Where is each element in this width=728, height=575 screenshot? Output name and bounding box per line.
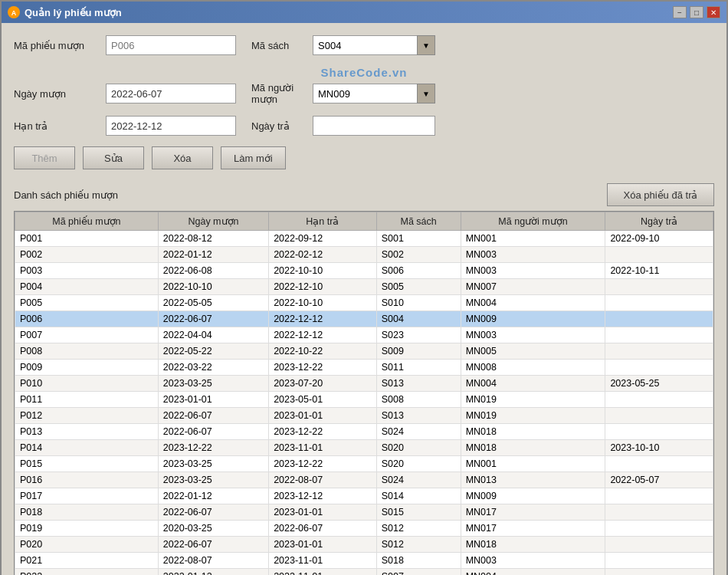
table-cell: S015 — [376, 504, 461, 521]
table-row[interactable]: P0032022-06-082022-10-10S006MN0032022-10… — [15, 263, 713, 279]
table-cell: 2020-03-25 — [158, 521, 268, 537]
table-cell: P001 — [15, 231, 159, 247]
table-cell — [605, 247, 713, 263]
table-cell: 2023-12-22 — [269, 424, 377, 440]
table-cell: P007 — [15, 327, 159, 343]
table-row[interactable]: P0082022-05-222022-10-22S009MN005 — [15, 343, 713, 360]
table-cell: P012 — [15, 408, 159, 424]
table-cell: 2023-12-22 — [269, 456, 377, 472]
table-cell: S013 — [376, 408, 461, 424]
table-cell: 2022-05-05 — [158, 295, 268, 311]
table-row[interactable]: P0132022-06-072023-12-22S024MN018 — [15, 424, 713, 440]
table-cell: MN003 — [461, 327, 605, 343]
table-row[interactable]: P0112023-01-012023-05-01S008MN019 — [15, 392, 713, 408]
table-row[interactable]: P0222022-01-122023-11-01S007MN004 — [15, 569, 713, 576]
ma-phieu-muon-input[interactable] — [106, 35, 236, 55]
table-cell: 2022-10-10 — [269, 295, 377, 311]
table-cell: 2022-06-07 — [158, 408, 268, 424]
table-row[interactable]: P0052022-05-052022-10-10S010MN004 — [15, 295, 713, 311]
han-tra-group: Hạn trả — [14, 116, 236, 136]
table-cell: MN017 — [461, 521, 605, 537]
table-row[interactable]: P0072022-04-042022-12-12S023MN003 — [15, 327, 713, 343]
table-cell: MN003 — [461, 247, 605, 263]
table-cell — [605, 537, 713, 553]
han-tra-input[interactable] — [106, 116, 236, 136]
title-bar-left: A Quản lý phiếu mượn — [8, 6, 122, 18]
lam-moi-button[interactable]: Làm mới — [221, 146, 286, 169]
table-cell: P021 — [15, 553, 159, 569]
table-row[interactable]: P0092022-03-222023-12-22S011MN008 — [15, 360, 713, 376]
close-button[interactable]: ✕ — [707, 6, 720, 18]
table-cell: MN007 — [461, 279, 605, 295]
table-cell: S024 — [376, 424, 461, 440]
minimize-button[interactable]: − — [673, 6, 687, 18]
them-button[interactable]: Thêm — [14, 146, 75, 169]
table-cell: S020 — [376, 456, 461, 472]
table-header-row: Mã phiếu mượn Ngày mượn Hạn trả Mã sách … — [15, 212, 713, 231]
table-cell: S009 — [376, 343, 461, 360]
buttons-row: Thêm Sửa Xóa Làm mới — [14, 146, 714, 169]
ngay-tra-label: Ngày trả — [251, 120, 305, 132]
table-cell — [605, 279, 713, 295]
table-cell: P014 — [15, 440, 159, 456]
table-cell: P015 — [15, 456, 159, 472]
col-han-tra: Hạn trả — [269, 212, 377, 231]
table-cell: MN018 — [461, 537, 605, 553]
ngay-muon-input[interactable] — [106, 84, 236, 104]
table-row[interactable]: P0182022-06-072023-01-01S015MN017 — [15, 504, 713, 521]
table-cell: P003 — [15, 263, 159, 279]
ma-sach-group: Mã sách S004 S001 S002 ▼ — [251, 35, 435, 55]
han-tra-label: Hạn trả — [14, 120, 98, 132]
table-cell: P009 — [15, 360, 159, 376]
table-row[interactable]: P0172022-01-122023-12-12S014MN009 — [15, 488, 713, 504]
table-cell: 2022-01-12 — [158, 488, 268, 504]
table-cell: 2022-10-11 — [605, 263, 713, 279]
table-cell: 2022-12-12 — [269, 327, 377, 343]
table-scroll-wrapper[interactable]: Mã phiếu mượn Ngày mượn Hạn trả Mã sách … — [15, 212, 713, 575]
col-ma-nguoi-muon: Mã người mượn — [461, 212, 605, 231]
table-row[interactable]: P0192020-03-252022-06-07S012MN017 — [15, 521, 713, 537]
table-cell: 2022-06-07 — [158, 424, 268, 440]
table-cell: 2023-05-01 — [269, 392, 377, 408]
table-cell: S006 — [376, 263, 461, 279]
table-row[interactable]: P0062022-06-072022-12-12S004MN009 — [15, 311, 713, 327]
table-row[interactable]: P0042022-10-102022-12-10S005MN007 — [15, 279, 713, 295]
xoa-phieu-da-tra-button[interactable]: Xóa phiếu đã trả — [607, 183, 714, 206]
table-row[interactable]: P0212022-08-072023-11-01S018MN003 — [15, 553, 713, 569]
table-cell — [605, 392, 713, 408]
table-cell — [605, 327, 713, 343]
title-bar-controls: − □ ✕ — [673, 6, 720, 18]
table-cell: S012 — [376, 521, 461, 537]
table-cell: S004 — [376, 311, 461, 327]
sua-button[interactable]: Sửa — [83, 146, 144, 169]
ma-sach-select[interactable]: S004 S001 S002 — [313, 35, 435, 55]
table-row[interactable]: P0152023-03-252023-12-22S020MN001 — [15, 456, 713, 472]
table-cell: MN001 — [461, 231, 605, 247]
table-cell: 2022-06-07 — [158, 504, 268, 521]
table-row[interactable]: P0012022-08-122022-09-12S001MN0012022-09… — [15, 231, 713, 247]
table-cell: 2023-03-25 — [158, 472, 268, 488]
table-cell — [605, 311, 713, 327]
table-cell: S005 — [376, 279, 461, 295]
table-row[interactable]: P0022022-01-122022-02-12S002MN003 — [15, 247, 713, 263]
table-row[interactable]: P0102023-03-252023-07-20S013MN0042023-05… — [15, 376, 713, 392]
table-cell — [605, 504, 713, 521]
table-cell: MN018 — [461, 440, 605, 456]
ngay-tra-input[interactable] — [313, 116, 435, 136]
table-row[interactable]: P0122022-06-072023-01-01S013MN019 — [15, 408, 713, 424]
table-cell: MN019 — [461, 408, 605, 424]
table-row[interactable]: P0162023-03-252022-08-07S024MN0132022-05… — [15, 472, 713, 488]
table-cell: S018 — [376, 553, 461, 569]
table-cell — [605, 569, 713, 576]
table-cell: P022 — [15, 569, 159, 576]
table-cell: 2022-06-07 — [269, 521, 377, 537]
table-cell: S008 — [376, 392, 461, 408]
maximize-button[interactable]: □ — [690, 6, 703, 18]
table-cell: 2023-11-01 — [269, 569, 377, 576]
table-cell: S007 — [376, 569, 461, 576]
table-row[interactable]: P0202022-06-072023-01-01S012MN018 — [15, 537, 713, 553]
xoa-button[interactable]: Xóa — [152, 146, 213, 169]
ma-nguoi-muon-select[interactable]: MN009 MN001 MN002 — [313, 84, 435, 104]
table-cell: S002 — [376, 247, 461, 263]
table-row[interactable]: P0142023-12-222023-11-01S020MN0182023-10… — [15, 440, 713, 456]
